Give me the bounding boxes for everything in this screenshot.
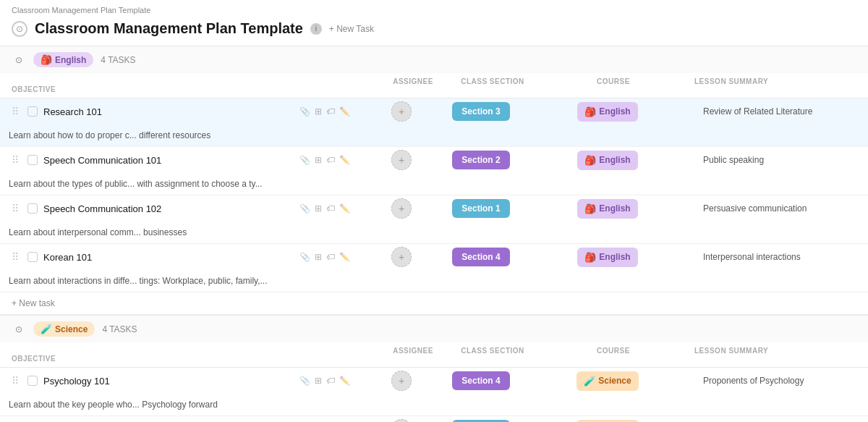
group-label-science: Science <box>55 324 88 334</box>
task-checkbox[interactable] <box>27 155 38 165</box>
tag-icon[interactable]: 🏷 <box>326 203 335 214</box>
task-main-1-1: ⠿ Chemistry 101 📎 ⊞ 🏷 ✏️ <box>0 418 362 422</box>
tag-icon[interactable]: 🏷 <box>326 376 335 386</box>
group-label-english: English <box>55 55 86 65</box>
section-badge[interactable]: Section 3 <box>452 102 510 121</box>
assignee-avatar[interactable]: + <box>391 101 412 122</box>
section-cell: Section 4 <box>441 245 521 269</box>
assignee-cell: + <box>362 98 441 125</box>
assignee-avatar[interactable]: + <box>391 371 412 391</box>
section-badge[interactable]: Section 1 <box>452 199 510 218</box>
attachment-icon[interactable]: 📎 <box>299 106 310 117</box>
group-emoji-english: 🎒 <box>41 54 52 65</box>
task-checkbox[interactable] <box>27 376 38 386</box>
course-cell: 🧪 Science <box>521 368 694 394</box>
drag-handle-icon[interactable]: ⠿ <box>12 375 22 387</box>
group-collapse-icon[interactable]: ⊙ <box>12 322 26 337</box>
course-emoji: 🧪 <box>584 376 595 387</box>
subtask-icon[interactable]: ⊞ <box>315 155 322 165</box>
course-badge[interactable]: 🎒 English <box>577 199 637 219</box>
drag-handle-icon[interactable]: ⠿ <box>12 251 22 263</box>
task-name: Psychology 101 <box>43 376 294 387</box>
col-course: COURSE <box>532 77 694 85</box>
col-assignee: ASSIGNEE <box>373 77 453 85</box>
task-name: Research 101 <box>43 106 294 117</box>
new-task-button[interactable]: + New Task <box>329 24 374 34</box>
subtask-icon[interactable]: ⊞ <box>315 376 322 386</box>
subtask-icon[interactable]: ⊞ <box>315 106 322 117</box>
attachment-icon[interactable]: 📎 <box>299 155 310 165</box>
group-header-english: ⊙ 🎒 English 4 TASKS <box>0 46 868 73</box>
assignee-avatar[interactable]: + <box>391 150 412 170</box>
page-collapse-icon[interactable]: ⊙ <box>12 21 27 37</box>
edit-icon[interactable]: ✏️ <box>339 376 350 386</box>
task-name: Speech Communication 102 <box>43 203 294 214</box>
task-icons: 📎 ⊞ 🏷 ✏️ <box>299 252 350 262</box>
assignee-avatar[interactable]: + <box>391 198 412 219</box>
subtask-icon[interactable]: ⊞ <box>315 203 322 214</box>
col-lesson-summary: LESSON SUMMARY <box>694 347 856 355</box>
course-badge[interactable]: 🎒 English <box>577 151 637 170</box>
attachment-icon[interactable]: 📎 <box>299 252 310 262</box>
task-icons: 📎 ⊞ 🏷 ✏️ <box>299 376 350 386</box>
subtask-icon[interactable]: ⊞ <box>315 252 322 262</box>
table-row: ⠿ Research 101 📎 ⊞ 🏷 ✏️ + Section 3 🎒 <box>0 98 868 147</box>
col-task <box>12 347 373 355</box>
page-header: ⊙ Classroom Management Plan Template i +… <box>0 17 868 46</box>
attachment-icon[interactable]: 📎 <box>299 376 310 386</box>
lesson-summary-cell: Review of Related Literature <box>694 101 868 122</box>
task-main-0-0: ⠿ Research 101 📎 ⊞ 🏷 ✏️ <box>0 100 362 123</box>
drag-handle-icon[interactable]: ⠿ <box>12 154 22 166</box>
section-cell: Section 2 <box>441 417 521 422</box>
section-badge[interactable]: Section 4 <box>452 371 510 390</box>
group-tag-science[interactable]: 🧪 Science <box>33 321 95 337</box>
group-science: ⊙ 🧪 Science 4 TASKS ASSIGNEE CLASS SECTI… <box>0 315 868 422</box>
page-title: Classroom Management Plan Template <box>35 20 303 37</box>
course-badge[interactable]: 🧪 Science <box>576 371 638 391</box>
course-label: Science <box>598 376 631 386</box>
task-name: Korean 101 <box>43 252 294 263</box>
edit-icon[interactable]: ✏️ <box>339 155 350 165</box>
col-class-section: CLASS SECTION <box>453 347 532 355</box>
edit-icon[interactable]: ✏️ <box>339 252 350 262</box>
col-headers: ASSIGNEE CLASS SECTION COURSE LESSON SUM… <box>0 73 868 98</box>
table-row: ⠿ Speech Communication 102 📎 ⊞ 🏷 ✏️ + Se… <box>0 195 868 244</box>
lesson-summary-cell: Public speaking <box>694 149 868 171</box>
new-task-row[interactable]: + New task <box>0 292 868 315</box>
section-badge[interactable]: Section 2 <box>452 151 510 169</box>
lesson-summary-cell: Proponents of Psychology <box>694 370 868 392</box>
course-badge[interactable]: 🎒 English <box>577 248 637 267</box>
task-checkbox[interactable] <box>27 106 38 117</box>
drag-handle-icon[interactable]: ⠿ <box>12 203 22 214</box>
assignee-cell: + <box>362 244 441 270</box>
task-checkbox[interactable] <box>27 203 38 214</box>
col-course: COURSE <box>532 347 694 355</box>
col-task <box>12 77 373 85</box>
tag-icon[interactable]: 🏷 <box>326 155 335 165</box>
section-cell: Section 3 <box>441 99 521 124</box>
course-label: English <box>599 155 630 165</box>
section-cell: Section 1 <box>441 196 521 221</box>
attachment-icon[interactable]: 📎 <box>299 203 310 214</box>
task-count-english: 4 TASKS <box>101 55 135 65</box>
course-label: English <box>599 203 630 214</box>
info-icon[interactable]: i <box>310 23 322 35</box>
course-cell: 🧪 Science <box>521 417 694 423</box>
assignee-cell: + <box>362 368 441 394</box>
assignee-avatar[interactable]: + <box>391 419 412 422</box>
group-tag-english[interactable]: 🎒 English <box>33 52 93 67</box>
edit-icon[interactable]: ✏️ <box>339 203 350 214</box>
col-lesson-summary: LESSON SUMMARY <box>694 77 856 85</box>
group-collapse-icon[interactable]: ⊙ <box>12 53 26 67</box>
drag-handle-icon[interactable]: ⠿ <box>12 106 22 117</box>
assignee-cell: + <box>362 416 441 422</box>
task-checkbox[interactable] <box>27 252 38 262</box>
section-badge[interactable]: Section 4 <box>452 248 510 266</box>
tag-icon[interactable]: 🏷 <box>326 252 335 262</box>
course-badge[interactable]: 🎒 English <box>577 102 637 122</box>
tag-icon[interactable]: 🏷 <box>326 106 335 117</box>
course-badge[interactable]: 🧪 Science <box>576 420 638 423</box>
assignee-avatar[interactable]: + <box>391 247 412 267</box>
edit-icon[interactable]: ✏️ <box>339 106 350 117</box>
group-english: ⊙ 🎒 English 4 TASKS ASSIGNEE CLASS SECTI… <box>0 46 868 315</box>
